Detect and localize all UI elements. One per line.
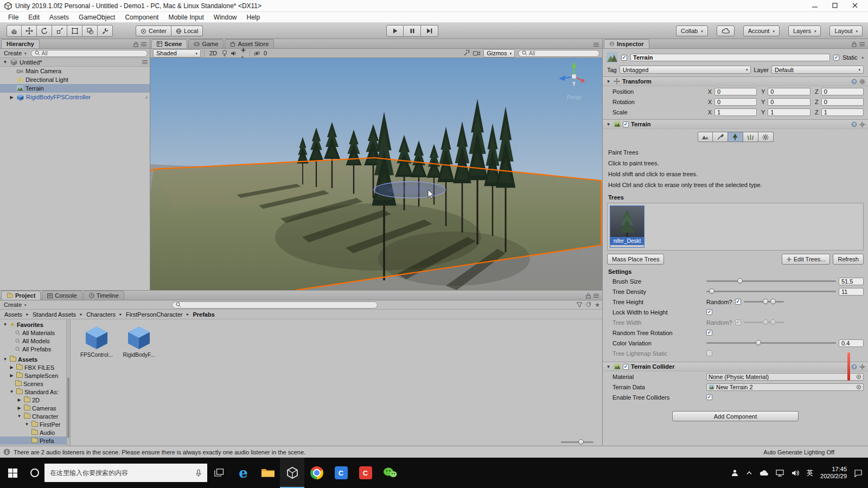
foldout-icon[interactable]: ▼ xyxy=(2,357,8,362)
play-button[interactable] xyxy=(386,25,404,37)
taskbar-app-code-blue[interactable]: C xyxy=(329,458,353,488)
menu-window[interactable]: Window xyxy=(209,13,242,22)
edit-trees-button[interactable]: Edit Trees... xyxy=(782,254,831,265)
menu-mobile-input[interactable]: Mobile Input xyxy=(163,13,208,22)
static-checkbox[interactable]: ✓ xyxy=(833,55,839,61)
terrain-component-header[interactable]: ▼ ✓ Terrain ? xyxy=(603,119,868,129)
foldout-icon[interactable]: ▼ xyxy=(605,79,611,84)
foldout-icon[interactable]: ▼ xyxy=(2,322,8,327)
lighting-toggle-button[interactable] xyxy=(222,50,227,57)
start-button[interactable] xyxy=(0,458,25,488)
tab-asset-store[interactable]: Asset Store xyxy=(225,39,274,48)
saved-search-star-icon[interactable]: ★ xyxy=(595,301,600,309)
active-checkbox[interactable]: ✓ xyxy=(621,55,627,61)
transform-tool-button[interactable] xyxy=(82,25,98,37)
folder-row-prefabs[interactable]: Prefa xyxy=(0,436,70,445)
terrain-paint-trees-tool-button[interactable] xyxy=(728,132,743,142)
foldout-icon[interactable]: ▶ xyxy=(16,406,22,410)
enable-tree-colliders-checkbox[interactable]: ✓ xyxy=(706,394,712,400)
tab-hierarchy[interactable]: Hierarchy xyxy=(1,39,40,48)
folder-row-character[interactable]: ▼ Character xyxy=(0,412,70,420)
mass-place-trees-button[interactable]: Mass Place Trees xyxy=(607,254,664,265)
taskbar-app-edge[interactable]: e xyxy=(231,458,256,488)
editor-tools-icon[interactable] xyxy=(463,50,470,56)
color-variation-slider[interactable] xyxy=(706,342,836,344)
rotate-tool-button[interactable] xyxy=(37,25,52,37)
folder-row-assets[interactable]: ▼ Assets xyxy=(0,355,70,363)
status-bar[interactable]: There are 2 audio listeners in the scene… xyxy=(0,446,868,458)
move-tool-button[interactable] xyxy=(22,25,37,37)
scale-tool-button[interactable] xyxy=(52,25,67,37)
space-toggle-button[interactable]: Local xyxy=(171,25,203,36)
foldout-icon[interactable]: ▶ xyxy=(9,95,15,100)
tray-expand-chevron-icon[interactable] xyxy=(746,471,752,475)
folder-row-standard-assets[interactable]: ▼ Standard As: xyxy=(0,388,70,396)
gear-icon[interactable] xyxy=(859,364,865,370)
hierarchy-item-terrain[interactable]: Terrain xyxy=(0,84,150,93)
foldout-icon[interactable]: ▶ xyxy=(9,365,15,370)
hierarchy-item-main-camera[interactable]: Main Camera xyxy=(0,67,150,75)
scene-viewport[interactable]: Persp xyxy=(150,58,602,290)
asset-item-fpscontroller[interactable]: FPSControl... xyxy=(79,325,114,358)
menu-assets[interactable]: Assets xyxy=(44,13,74,22)
maximize-button[interactable] xyxy=(832,3,838,9)
breadcrumb-standard-assets[interactable]: Standard Assets xyxy=(33,311,76,318)
cloud-button[interactable] xyxy=(717,25,735,36)
position-y-field[interactable]: 0 xyxy=(768,88,810,95)
object-picker-icon[interactable] xyxy=(856,374,861,380)
volume-icon[interactable] xyxy=(792,470,800,477)
audio-toggle-button[interactable] xyxy=(231,50,237,56)
foldout-icon[interactable]: ▼ xyxy=(605,122,611,127)
menu-file[interactable]: File xyxy=(3,13,23,22)
lock-icon[interactable] xyxy=(586,293,591,299)
scene-visibility-toggle[interactable] xyxy=(253,50,260,56)
taskbar-search-input[interactable]: 在这里输入你要搜索的内容 xyxy=(44,464,207,482)
folder-row-all-prefabs[interactable]: All Prefabs xyxy=(0,345,70,353)
menu-help[interactable]: Help xyxy=(242,13,265,22)
object-picker-icon[interactable] xyxy=(856,384,861,390)
chevron-down-icon[interactable]: ▾ xyxy=(861,56,864,60)
task-view-button[interactable] xyxy=(207,468,231,477)
lock-icon[interactable] xyxy=(852,41,857,47)
minimize-button[interactable] xyxy=(812,3,818,9)
layout-button[interactable]: Layout ▾ xyxy=(829,25,863,36)
lock-icon[interactable] xyxy=(133,41,138,47)
tab-scene[interactable]: Scene xyxy=(151,39,187,48)
transform-component-header[interactable]: ▼ Transform ? xyxy=(603,76,868,86)
tab-timeline[interactable]: Timeline xyxy=(84,291,124,300)
scene-root-row[interactable]: ▼ Untitled* xyxy=(0,58,150,67)
help-icon[interactable]: ? xyxy=(851,364,857,370)
gear-icon[interactable] xyxy=(859,79,865,85)
mic-icon[interactable] xyxy=(195,469,202,477)
network-icon[interactable] xyxy=(776,470,784,477)
terrain-collider-header[interactable]: ▼ ✓ Terrain Collider ? xyxy=(603,362,868,371)
brush-size-slider[interactable] xyxy=(706,280,836,282)
hierarchy-search-input[interactable]: All xyxy=(31,50,148,57)
folder-row-2d[interactable]: ▶ 2D xyxy=(0,396,70,404)
foldout-icon[interactable]: ▶ xyxy=(16,397,22,402)
terrain-paint-details-tool-button[interactable] xyxy=(743,132,758,142)
pause-button[interactable] xyxy=(404,25,421,37)
terrain-enabled-checkbox[interactable]: ✓ xyxy=(623,121,629,127)
search-by-label-icon[interactable] xyxy=(585,302,592,307)
hierarchy-item-directional-light[interactable]: Directional Light xyxy=(0,75,150,84)
taskbar-app-code-red[interactable]: C xyxy=(353,458,378,488)
notification-center-icon[interactable] xyxy=(854,469,863,477)
hand-tool-button[interactable] xyxy=(7,25,22,37)
account-button[interactable]: Account ▾ xyxy=(743,25,780,36)
tree-palette-item[interactable]: nifer_Deskt xyxy=(610,206,644,248)
custom-tool-button[interactable] xyxy=(98,25,113,37)
taskbar-clock[interactable]: 17:45 2020/2/29 xyxy=(820,466,847,480)
step-button[interactable] xyxy=(421,25,438,37)
tab-project[interactable]: Project xyxy=(1,291,41,300)
position-x-field[interactable]: 0 xyxy=(714,88,757,95)
color-variation-field[interactable]: 0.4 xyxy=(839,339,864,347)
tag-dropdown[interactable]: Untagged▾ xyxy=(620,66,751,74)
scale-y-field[interactable]: 1 xyxy=(768,108,810,116)
gizmos-dropdown[interactable]: Gizmos ▾ xyxy=(483,49,515,57)
scale-x-field[interactable]: 1 xyxy=(714,108,757,116)
terrain-settings-tool-button[interactable] xyxy=(758,132,774,142)
breadcrumb-characters[interactable]: Characters xyxy=(86,311,116,318)
tree-height-range-slider[interactable] xyxy=(744,301,784,303)
hierarchy-item-rigidbodyfpscontroller[interactable]: ▶ RigidBodyFPSController › xyxy=(0,93,150,101)
